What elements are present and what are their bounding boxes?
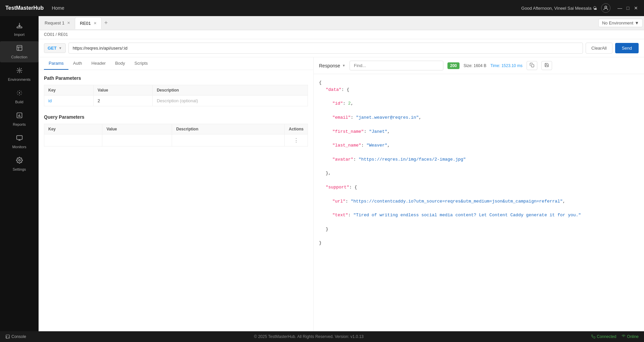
svg-rect-2 xyxy=(17,46,22,51)
collection-icon xyxy=(16,45,23,53)
svg-point-7 xyxy=(18,160,20,161)
monitors-icon xyxy=(16,134,23,143)
tab-scripts[interactable]: Scripts xyxy=(130,57,153,70)
copy-response-button[interactable] xyxy=(527,61,537,70)
query-param-actions: ⋮ xyxy=(284,134,308,147)
sidebar-item-collection[interactable]: Collection xyxy=(0,41,39,62)
status-badge: 200 xyxy=(447,62,460,69)
tab-re01[interactable]: RE01 ✕ xyxy=(75,17,102,29)
content-area: Request 1 ✕ RE01 ✕ + No Environment ▼ CO… xyxy=(39,16,644,331)
settings-icon xyxy=(16,157,23,165)
sidebar-item-reports[interactable]: Reports xyxy=(0,109,39,130)
titlebar-left: TestMasterHub Home xyxy=(5,5,64,11)
sidebar-item-build[interactable]: Build xyxy=(0,86,39,107)
sidebar-label-settings: Settings xyxy=(13,167,26,171)
tab-body[interactable]: Body xyxy=(110,57,130,70)
path-param-desc[interactable]: Description (optional) xyxy=(153,96,308,106)
path-param-value[interactable]: 2 xyxy=(94,96,153,106)
send-button[interactable]: Send xyxy=(615,43,639,53)
query-param-more-button[interactable]: ⋮ xyxy=(293,137,299,144)
svg-point-3 xyxy=(18,70,20,71)
main-layout: Import Collection Environments Build Rep… xyxy=(0,16,644,331)
method-dropdown-icon: ▼ xyxy=(59,46,62,50)
breadcrumb-re01: RE01 xyxy=(58,32,68,37)
method-value: GET xyxy=(48,46,57,51)
path-col-key: Key xyxy=(44,85,94,96)
nav-home[interactable]: Home xyxy=(52,5,64,11)
tab-re01-label: RE01 xyxy=(80,21,91,26)
path-col-desc: Description xyxy=(153,85,308,96)
reports-icon xyxy=(16,112,23,120)
maximize-button[interactable]: □ xyxy=(625,5,631,11)
tabs-bar: Request 1 ✕ RE01 ✕ + No Environment ▼ xyxy=(39,16,644,30)
status-bar: Console © 2025 TestMasterHub. All Rights… xyxy=(0,331,644,342)
split-pane: Params Auth Header Body Scripts Path Par… xyxy=(39,57,644,331)
save-response-button[interactable] xyxy=(541,61,552,70)
avatar[interactable] xyxy=(601,3,610,13)
sidebar-item-environments[interactable]: Environments xyxy=(0,64,39,85)
sidebar-label-collection: Collection xyxy=(11,55,27,59)
svg-point-4 xyxy=(19,93,20,93)
breadcrumb: CO01 / RE01 xyxy=(39,30,644,39)
query-param-value[interactable] xyxy=(102,134,172,147)
tab-params[interactable]: Params xyxy=(44,57,68,70)
minimize-button[interactable]: — xyxy=(617,5,623,11)
environment-select[interactable]: No Environment ▼ xyxy=(598,19,643,27)
import-icon xyxy=(16,22,23,31)
svg-rect-8 xyxy=(531,64,534,67)
sidebar-label-reports: Reports xyxy=(13,122,26,126)
sidebar-item-monitors[interactable]: Monitors xyxy=(0,131,39,152)
add-tab-button[interactable]: + xyxy=(102,19,111,26)
app-title: TestMasterHub xyxy=(5,5,44,11)
tab-request1-label: Request 1 xyxy=(45,20,64,25)
status-connected: Connected xyxy=(591,334,616,339)
environments-icon xyxy=(16,67,23,75)
request-tabs: Params Auth Header Body Scripts xyxy=(39,57,313,70)
svg-point-0 xyxy=(605,6,607,8)
tab-auth[interactable]: Auth xyxy=(68,57,87,70)
console-label: Console xyxy=(11,334,26,339)
response-time: Time: 1523.10 ms xyxy=(490,63,523,68)
console-section: Console xyxy=(5,334,26,339)
titlebar-right: Good Afternoon, Vineel Sai Meesala 🌤 — □… xyxy=(521,3,639,13)
build-icon xyxy=(16,90,23,98)
query-param-desc[interactable] xyxy=(172,134,285,147)
clear-all-button[interactable]: ClearAll xyxy=(586,43,612,54)
path-col-value: Value xyxy=(94,85,153,96)
breadcrumb-co01[interactable]: CO01 xyxy=(44,32,54,37)
close-button[interactable]: ✕ xyxy=(633,5,639,11)
path-params-title: Path Parameters xyxy=(44,75,308,81)
query-param-key[interactable] xyxy=(44,134,102,147)
response-dropdown-icon: ▼ xyxy=(342,64,345,67)
tab-request1[interactable]: Request 1 ✕ xyxy=(40,17,75,29)
response-label[interactable]: Response ▼ xyxy=(319,63,345,68)
params-content: Path Parameters Key Value Description id xyxy=(39,70,313,331)
svg-rect-6 xyxy=(16,135,22,139)
tab-header[interactable]: Header xyxy=(87,57,111,70)
connected-label: Connected xyxy=(597,334,616,339)
sidebar-item-settings[interactable]: Settings xyxy=(0,154,39,175)
tab-request1-close[interactable]: ✕ xyxy=(67,21,70,25)
titlebar: TestMasterHub Home Good Afternoon, Vinee… xyxy=(0,0,644,16)
query-col-key: Key xyxy=(44,124,102,134)
sidebar-item-import[interactable]: Import xyxy=(0,19,39,40)
sidebar-label-monitors: Monitors xyxy=(12,145,26,149)
greeting-text: Good Afternoon, Vineel Sai Meesala 🌤 xyxy=(521,6,597,11)
response-size: Size: 1604 B xyxy=(464,63,486,68)
tab-re01-close[interactable]: ✕ xyxy=(94,21,97,25)
response-find-input[interactable] xyxy=(350,61,443,70)
query-param-row-empty: ⋮ xyxy=(44,134,308,147)
status-copyright: © 2025 TestMasterHub. All Rights Reserve… xyxy=(254,334,364,339)
query-col-value: Value xyxy=(102,124,172,134)
url-input[interactable] xyxy=(68,43,583,54)
method-select[interactable]: GET ▼ xyxy=(44,43,66,53)
env-label: No Environment xyxy=(602,20,633,25)
path-params-table: Key Value Description id 2 Description (… xyxy=(44,85,308,106)
path-param-key[interactable]: id xyxy=(44,96,94,106)
status-right: Connected Online xyxy=(591,334,639,339)
sidebar-label-import: Import xyxy=(14,33,24,37)
sidebar-label-environments: Environments xyxy=(8,77,31,81)
response-body: { "data": { "id": 2, "email": "janet.wea… xyxy=(314,74,644,331)
console-button[interactable]: Console xyxy=(5,334,26,339)
request-pane: Params Auth Header Body Scripts Path Par… xyxy=(39,57,314,331)
